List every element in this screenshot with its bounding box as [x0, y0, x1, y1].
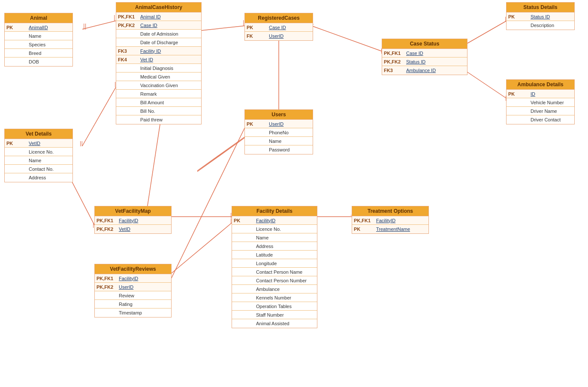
table-row: Medical Given — [116, 73, 201, 81]
table-row: Timestamp — [95, 308, 171, 317]
table-row: PK UserID — [245, 120, 313, 128]
table-row: PK,FK2 VetID — [95, 225, 171, 233]
entity-ambulance-details-header: Ambulance Details — [507, 80, 574, 90]
row-field: FacilityID — [117, 218, 138, 223]
row-field: Name — [6, 158, 41, 163]
connectors-svg: || | || || o| || o- || o| || o| || || | … — [0, 0, 588, 387]
entity-vet-facility-map: VetFacilityMap PK,FK1 FacilityID PK,FK2 … — [94, 206, 172, 234]
row-field: VetID — [27, 141, 40, 146]
row-field: FacilityID — [117, 276, 138, 281]
row-key: FK3 — [118, 48, 139, 54]
row-key: PK — [508, 91, 529, 97]
svg-line-10 — [311, 26, 383, 51]
row-field: Animal ID — [139, 14, 161, 19]
table-row: PK Case ID — [245, 23, 313, 32]
row-field: ID — [529, 91, 535, 97]
entity-animal-case-history: AnimalCaseHistory PK,FK1 Animal ID PK,FK… — [116, 2, 202, 124]
table-row: Address — [5, 173, 72, 182]
row-field: Remark — [118, 91, 157, 97]
table-row: PK,FK1 Animal ID — [116, 12, 201, 21]
row-field: TreatmentName — [374, 227, 410, 232]
table-row: Description — [507, 21, 574, 30]
row-key: PK — [247, 121, 267, 127]
row-field: AnimalID — [27, 25, 48, 30]
table-row: Ambulance — [232, 285, 317, 293]
entity-animal-header: Animal — [5, 13, 72, 23]
table-row: Staff Number — [232, 311, 317, 319]
diagram-container: || | || || o| || o- || o| || o| || || | … — [0, 0, 588, 387]
row-key: FK3 — [384, 68, 404, 73]
svg-line-3 — [197, 26, 245, 31]
table-row: PK ID — [507, 90, 574, 98]
svg-line-9 — [197, 137, 245, 172]
row-field: Medical Given — [118, 74, 170, 79]
row-field: Case ID — [404, 51, 423, 56]
table-row: PK,FK1 FacilityID — [95, 216, 171, 225]
row-field: Name — [6, 33, 41, 39]
entity-registered-cases-header: RegisteredCases — [245, 13, 313, 23]
row-field: Operation Tables — [234, 304, 292, 309]
entity-vet-details-header: Vet Details — [5, 129, 72, 139]
row-field: Paid threw — [118, 117, 163, 122]
row-key: PK — [234, 218, 254, 223]
table-row: Date of Admission — [116, 30, 201, 38]
row-field: Staff Number — [234, 312, 284, 317]
row-field: Rating — [96, 302, 133, 307]
row-field: Kennels Number — [234, 295, 291, 300]
row-field: Longitude — [234, 261, 277, 266]
row-field: UserID — [267, 121, 283, 127]
table-row: Paid threw — [116, 115, 201, 124]
table-row: Password — [245, 145, 313, 154]
table-row: Longitude — [232, 259, 317, 268]
table-row: FK3 Ambulance ID — [382, 66, 467, 75]
table-row: PK AnimalID — [5, 23, 72, 32]
row-field: Bill Amount — [118, 100, 164, 105]
row-field: Licence No. — [234, 227, 281, 232]
svg-line-31 — [167, 222, 232, 277]
row-key: PK,FK1 — [354, 218, 374, 223]
table-row: PK,FK2 UserID — [95, 283, 171, 291]
table-row: FK UserID — [245, 32, 313, 40]
entity-status-details-header: Status Details — [507, 3, 574, 12]
entity-ambulance-details: Ambulance Details PK ID Vehicle Number D… — [506, 79, 575, 124]
table-row: Animal Assisted — [232, 319, 317, 328]
table-row: Licence No. — [232, 225, 317, 233]
svg-line-19 — [82, 86, 117, 146]
table-row: Operation Tables — [232, 302, 317, 311]
table-row: PK TreatmentName — [352, 225, 428, 233]
row-key: PK — [508, 14, 529, 19]
row-field: Ambulance ID — [404, 68, 436, 73]
table-row: Latitude — [232, 251, 317, 259]
svg-text:||: || — [83, 23, 86, 30]
row-key: PK,FK2 — [118, 23, 139, 28]
table-row: Address — [232, 242, 317, 251]
row-field: Driver Name — [508, 109, 557, 114]
table-row: PhoneNo — [245, 128, 313, 137]
row-field: Licence No. — [6, 149, 54, 154]
row-field: Vaccination Given — [118, 83, 178, 88]
entity-animal: Animal PK AnimalID Name Species Breed DO… — [4, 13, 73, 67]
table-row: Contact Person Number — [232, 276, 317, 285]
table-row: PK,FK1 FacilityID — [95, 274, 171, 283]
table-row: PK,FK1 Case ID — [382, 49, 467, 57]
row-key: PK — [247, 25, 267, 30]
row-field: Breed — [6, 51, 41, 56]
table-row: FK3 Facility ID — [116, 47, 201, 55]
row-field: Driver Contact — [508, 117, 561, 122]
table-row: Species — [5, 40, 72, 49]
row-key: FK — [247, 33, 267, 39]
table-row: Bill No. — [116, 107, 201, 115]
table-row: PK,FK2 Status ID — [382, 57, 467, 66]
table-row: Vehicle Number — [507, 98, 574, 107]
row-field: Vet ID — [139, 57, 153, 62]
table-row: DOB — [5, 57, 72, 66]
row-key: PK,FK2 — [96, 227, 117, 232]
row-field: Contact Person Name — [234, 269, 302, 275]
table-row: Kennels Number — [232, 293, 317, 302]
table-row: Bill Amount — [116, 98, 201, 107]
row-key: PK,FK1 — [384, 51, 404, 56]
entity-registered-cases: RegisteredCases PK Case ID FK UserID — [244, 13, 313, 41]
row-key: PK — [6, 25, 27, 30]
table-row: FK4 Vet ID — [116, 55, 201, 64]
table-row: PK,FK1 FacilityID — [352, 216, 428, 225]
